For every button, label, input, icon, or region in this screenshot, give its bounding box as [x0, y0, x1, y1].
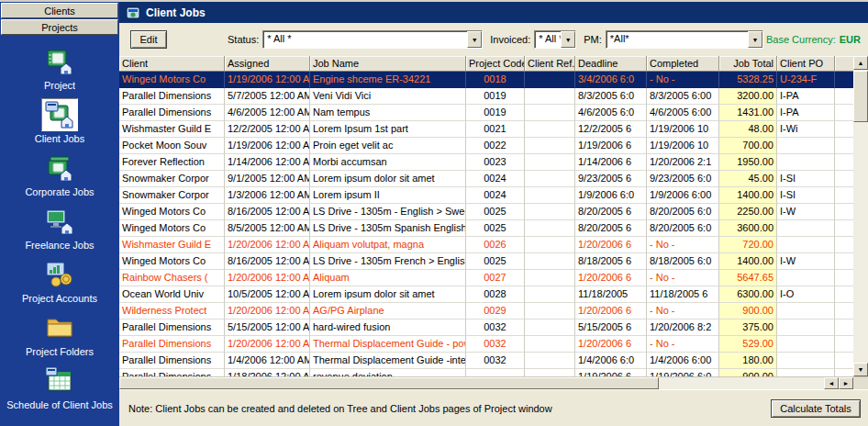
cell-job-name: Engine shceme ER-34221: [310, 72, 466, 88]
table-row[interactable]: Winged Motors Co 8/5/2005 12:00 AM LS Dr…: [119, 220, 853, 237]
table-row[interactable]: Rainbow Chasers ( 1/20/2006 12:00 AM Ali…: [119, 270, 853, 286]
cell-completed: 1/4/2006 6:00: [647, 353, 719, 369]
column-header-deadline[interactable]: Deadline: [575, 56, 647, 72]
table-row[interactable]: Snowmaker Corpor 9/1/2005 12:00 AM Lorem…: [119, 171, 853, 187]
pm-dropdown[interactable]: *All* ▼: [606, 30, 763, 49]
cell-job-total: 6300.00: [719, 286, 777, 303]
cell-client: Winged Motors Co: [119, 204, 225, 220]
cell-client-ref: [525, 72, 575, 88]
table-row[interactable]: Wishmaster Guild E 12/2/2005 12:00 AM Lo…: [119, 121, 853, 138]
cell-job-name: hard-wired fusion: [310, 320, 466, 336]
cell-deadline: 8/20/2005 6: [575, 204, 647, 220]
dropdown-arrow-icon[interactable]: ▼: [748, 31, 762, 48]
cell-assigned: 9/1/2005 12:00 AM: [225, 171, 310, 187]
cell-job-total: 720.00: [719, 237, 777, 253]
cell-project-code: 0024: [466, 187, 525, 204]
table-row[interactable]: Winged Motors Co 8/16/2005 12:00 AM LS D…: [119, 253, 853, 270]
sidebar-item-project-folders[interactable]: Project Folders: [2, 311, 117, 357]
cell-completed: 9/23/2005 6:0: [647, 171, 719, 187]
sidebar-item-label: Corporate Jobs: [25, 186, 94, 197]
column-header-client[interactable]: Client: [119, 56, 225, 72]
table-row[interactable]: Parallel Dimensions 4/6/2005 12:00 AM Na…: [119, 105, 853, 121]
cell-filler: [835, 369, 853, 376]
cell-client-po: [777, 336, 835, 353]
cell-client: Winged Motors Co: [119, 72, 225, 88]
sidebar-item-label: Client Jobs: [35, 133, 84, 144]
cell-filler: [835, 353, 853, 369]
scroll-left-button[interactable]: ◄: [824, 377, 839, 389]
cell-completed: 1/9/2006 6:00: [647, 187, 719, 204]
vertical-scroll-thumb[interactable]: [853, 71, 868, 122]
table-row[interactable]: Parallel Dimensions 1/4/2006 12:00 AM Th…: [119, 353, 853, 369]
sidebar-item-schedule-of-client-jobs[interactable]: Schedule of Client Jobs: [2, 364, 117, 410]
cell-assigned: 1/19/2006 12:00 AM: [225, 72, 310, 88]
table-row[interactable]: Winged Motors Co 8/16/2005 12:00 AM LS D…: [119, 204, 853, 220]
page-title: Client Jobs: [146, 6, 206, 19]
column-header-client-ref[interactable]: Client Ref.: [525, 56, 575, 72]
cell-filler: [835, 72, 853, 88]
cell-client: Parallel Dimensions: [119, 320, 225, 336]
table-row[interactable]: Wilderness Protect 1/20/2006 12:00 AM AG…: [119, 303, 853, 320]
sidebar-item-label: Freelance Jobs: [25, 240, 94, 251]
cell-client-po: [777, 353, 835, 369]
table-row[interactable]: Forever Reflection 1/14/2006 12:00 AM Mo…: [119, 154, 853, 171]
corporate-jobs-icon: [45, 153, 74, 183]
dropdown-arrow-icon[interactable]: ▼: [561, 31, 575, 48]
scroll-right-button[interactable]: ►: [839, 377, 853, 389]
clients-group-button[interactable]: Clients: [1, 3, 118, 18]
table-row[interactable]: Parallel Dimensions 1/18/2006 12:00 AM r…: [119, 369, 853, 376]
table-row[interactable]: Snowmaker Corpor 1/3/2006 12:00 AM Lorem…: [119, 187, 853, 204]
sidebar-item-corporate-jobs[interactable]: Corporate Jobs: [2, 151, 117, 197]
sidebar-item-project-accounts[interactable]: Project Accounts: [2, 258, 117, 304]
cell-filler: [835, 171, 853, 187]
sidebar-item-freelance-jobs[interactable]: Freelance Jobs: [2, 205, 117, 251]
column-header-project-code[interactable]: Project Code: [466, 56, 525, 72]
table-row[interactable]: Wishmaster Guild E 1/20/2006 12:00 AM Al…: [119, 237, 853, 253]
table-row[interactable]: Pocket Moon Souv 1/19/2006 12:00 AM Proi…: [119, 138, 853, 154]
dropdown-arrow-icon[interactable]: ▼: [467, 31, 482, 48]
cell-client: Wishmaster Guild E: [119, 121, 225, 138]
horizontal-scroll-thumb[interactable]: [119, 377, 659, 389]
invoiced-dropdown-value: * All *: [535, 31, 561, 48]
scroll-up-button[interactable]: ▲: [853, 56, 868, 70]
status-note: Note: Client Jobs can be created and del…: [128, 403, 552, 414]
vertical-scroll-track[interactable]: [853, 122, 868, 363]
cell-job-name: Thermal Displacement Guide - pow: [310, 336, 466, 353]
table-row[interactable]: Parallel Dimensions 1/20/2006 12:00 AM T…: [119, 336, 853, 353]
cell-client-po: U-234-F: [777, 72, 835, 88]
cell-client: Ocean World Univ: [119, 286, 225, 303]
cell-filler: [835, 154, 853, 171]
column-header-completed[interactable]: Completed: [647, 56, 719, 72]
status-dropdown[interactable]: * All * ▼: [262, 30, 483, 49]
cell-project-code: 0019: [466, 88, 525, 105]
cell-client: Wishmaster Guild E: [119, 237, 225, 253]
column-header-assigned[interactable]: Assigned: [225, 56, 310, 72]
cell-client-ref: [525, 204, 575, 220]
cell-deadline: 12/2/2005 6: [575, 121, 647, 138]
column-header-client-po[interactable]: Client PO: [777, 56, 835, 72]
cell-assigned: 1/20/2006 12:00 AM: [225, 303, 310, 320]
table-row[interactable]: Parallel Dimensions 5/7/2005 12:00 AM Ve…: [119, 88, 853, 105]
column-header-job-name[interactable]: Job Name: [310, 56, 466, 72]
cell-assigned: 1/19/2006 12:00 AM: [225, 138, 310, 154]
scroll-down-button[interactable]: ▼: [853, 363, 868, 376]
cell-assigned: 5/15/2005 12:00 AM: [225, 320, 310, 336]
table-row[interactable]: Winged Motors Co 1/19/2006 12:00 AM Engi…: [119, 72, 853, 88]
edit-button[interactable]: Edit: [130, 30, 167, 49]
cell-project-code: 0029: [466, 303, 525, 320]
sidebar-item-client-jobs[interactable]: Client Jobs: [2, 98, 117, 144]
cell-client-ref: [525, 220, 575, 237]
table-row[interactable]: Parallel Dimensions 5/15/2005 12:00 AM h…: [119, 320, 853, 336]
column-header-job-total[interactable]: Job Total: [719, 56, 777, 72]
table-header: Client Assigned Job Name Project Code Cl…: [119, 56, 853, 72]
horizontal-scroll-track[interactable]: [659, 377, 824, 389]
invoiced-dropdown[interactable]: * All * ▼: [534, 30, 576, 49]
sidebar-item-project[interactable]: Project: [2, 45, 117, 91]
table-row[interactable]: Ocean World Univ 10/5/2005 12:00 AM Lore…: [119, 286, 853, 303]
cell-job-total: 5647.65: [719, 270, 777, 286]
calculate-totals-button[interactable]: Calculate Totals: [771, 399, 861, 418]
cell-deadline: 4/6/2005 6:0: [575, 105, 647, 121]
sidebar-item-label: Project Accounts: [22, 293, 97, 304]
cell-job-total: 180.00: [719, 353, 777, 369]
projects-group-button[interactable]: Projects: [1, 19, 118, 35]
